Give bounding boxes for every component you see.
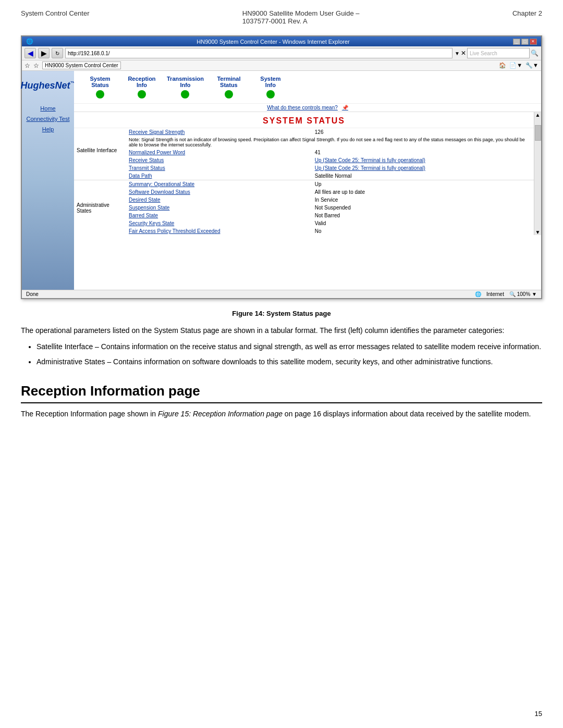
receive-status-link[interactable]: Up (State Code 25: Terminal is fully ope… xyxy=(315,157,425,163)
what-controls-icon: 📌 xyxy=(342,105,348,110)
desired-state-value: In Service xyxy=(312,196,534,204)
statusbar-internet: Internet xyxy=(486,291,504,297)
restore-button[interactable]: □ xyxy=(521,39,529,45)
normalized-power-word-label[interactable]: Normalized Power Word xyxy=(126,149,312,156)
favorites-star-icon[interactable]: ☆ xyxy=(25,62,30,69)
security-keys-state-label[interactable]: Security Keys State xyxy=(126,219,312,227)
desired-state-label[interactable]: Desired State xyxy=(126,196,312,204)
bullet-list: Satellite Interface – Contains informati… xyxy=(36,341,542,367)
nav-item-terminal-status[interactable]: TerminalStatus xyxy=(208,73,250,101)
browser-title-text: HN9000 System Control Center - Windows I… xyxy=(197,39,349,45)
nav-connectivity-test[interactable]: Connectivity Test xyxy=(25,115,71,123)
software-download-status-value: All files are up to date xyxy=(312,188,534,196)
section-body-plain: The Reception Information page shown in xyxy=(21,410,158,418)
page-number: 15 xyxy=(535,710,542,718)
summary-operational-state-value: Up xyxy=(312,180,534,189)
section-body-italic: Figure 15: Reception Information page xyxy=(158,410,283,418)
nav-system-info-label: SystemInfo xyxy=(260,76,280,88)
barred-state-value: Not Barred xyxy=(312,212,534,219)
fair-access-label[interactable]: Fair Access Policy Threshold Exceeded xyxy=(126,227,312,235)
statusbar-right: 🌐 Internet 🔍 100% ▼ xyxy=(475,291,537,297)
browser-title-bar: 🌐 HN9000 System Control Center - Windows… xyxy=(22,36,541,46)
satellite-interface-label: Satellite Interface xyxy=(74,128,126,172)
header-center: HN9000 Satellite Modem User Guide – 1037… xyxy=(242,9,360,25)
back-button[interactable]: ◀ xyxy=(25,48,36,58)
add-favorites-icon[interactable]: ☆ xyxy=(33,62,39,69)
statusbar-zoom: 🔍 100% ▼ xyxy=(509,291,537,297)
table-row: Note: Signal Strength is not an indicato… xyxy=(74,136,534,149)
data-path-value: Satellite Normal xyxy=(312,172,534,180)
search-placeholder: Live Search xyxy=(470,51,497,56)
stop-icon[interactable]: ✕ xyxy=(461,50,466,57)
browser-title-icon: 🌐 xyxy=(26,38,33,45)
summary-operational-state-label[interactable]: Summary: Operational State xyxy=(126,180,312,189)
browser-statusbar: Done 🌐 Internet 🔍 100% ▼ xyxy=(22,290,541,298)
software-download-status-label[interactable]: Software Download Status xyxy=(126,188,312,196)
list-item: Satellite Interface – Contains informati… xyxy=(36,341,542,352)
data-path-label: Data Path xyxy=(126,172,312,180)
nav-system-status-indicator xyxy=(96,90,104,98)
internet-icon: 🌐 xyxy=(475,291,481,297)
table-row: Transmit Status Up (State Code 25: Termi… xyxy=(74,164,534,172)
status-table: Satellite Interface Receive Signal Stren… xyxy=(74,128,534,235)
data-path-category-spacer xyxy=(74,172,126,180)
figure-caption: Figure 14: System Status page xyxy=(21,310,542,317)
nav-home[interactable]: Home xyxy=(25,104,71,113)
scroll-up-button[interactable]: ▲ xyxy=(535,112,541,118)
table-row: Data Path Satellite Normal xyxy=(74,172,534,180)
section-heading: Reception Information page xyxy=(21,383,542,403)
what-controls-link[interactable]: What do these controls mean? 📌 xyxy=(74,103,541,112)
nav-transmission-info-label: TransmissionInfo xyxy=(167,76,204,88)
signal-strength-note: Note: Signal Strength is not an indicato… xyxy=(126,136,534,149)
table-row: Fair Access Policy Threshold Exceeded No xyxy=(74,227,534,235)
home-icon[interactable]: 🏠 xyxy=(499,62,506,69)
nav-help[interactable]: Help xyxy=(25,125,71,133)
nav-system-status-label: SystemStatus xyxy=(90,76,110,88)
section-body: The Reception Information page shown in … xyxy=(21,409,542,419)
tab-label[interactable]: HN9000 System Control Center xyxy=(42,61,121,69)
table-row: Receive Status Up (State Code 25: Termin… xyxy=(74,156,534,164)
close-button[interactable]: ✕ xyxy=(530,39,537,45)
scc-top-nav-inner: SystemStatus ReceptionInfo TransmissionI… xyxy=(74,71,541,103)
refresh-button[interactable]: ↻ xyxy=(52,48,63,58)
transmit-status-label[interactable]: Transmit Status xyxy=(126,164,312,172)
page-menu-icon[interactable]: 📄▼ xyxy=(509,62,522,69)
nav-item-system-info[interactable]: SystemInfo xyxy=(250,73,291,101)
admin-states-label: Administrative States xyxy=(74,180,126,236)
scroll-down-button[interactable]: ▼ xyxy=(535,229,541,235)
system-status-title: SYSTEM STATUS xyxy=(74,112,534,128)
browser-toolbar2: ☆ ☆ HN9000 System Control Center 🏠 📄▼ 🔧▼ xyxy=(22,60,541,71)
search-icon[interactable]: 🔍 xyxy=(531,50,538,57)
list-item: Administrative States – Contains informa… xyxy=(36,356,542,367)
address-bar[interactable]: http://192.168.0.1/ xyxy=(65,48,452,58)
receive-status-label[interactable]: Receive Status xyxy=(126,156,312,164)
barred-state-label[interactable]: Barred State xyxy=(126,212,312,219)
forward-button[interactable]: ▶ xyxy=(38,48,50,58)
scroll-thumb[interactable] xyxy=(535,125,541,141)
minimize-button[interactable]: _ xyxy=(513,39,520,45)
scc-navigation: Home Connectivity Test Help xyxy=(22,104,74,133)
search-bar[interactable]: Live Search xyxy=(467,48,530,58)
scc-content: HughesNet™ Home Connectivity Test Help S… xyxy=(22,71,541,290)
browser-window: 🌐 HN9000 System Control Center - Windows… xyxy=(21,35,542,299)
nav-item-system-status[interactable]: SystemStatus xyxy=(79,73,121,101)
transmit-status-link[interactable]: Up (State Code 25: Terminal is fully ope… xyxy=(315,165,425,171)
suspension-state-label[interactable]: Suspension State xyxy=(126,204,312,212)
table-row: Barred State Not Barred xyxy=(74,212,534,219)
nav-system-info-indicator xyxy=(266,90,275,98)
scrollbar[interactable]: ▲ ▼ xyxy=(534,112,541,235)
tools-menu-icon[interactable]: 🔧▼ xyxy=(525,62,538,69)
table-row: Administrative States Summary: Operation… xyxy=(74,180,534,189)
scc-top-nav: SystemStatus ReceptionInfo TransmissionI… xyxy=(74,71,541,112)
nav-terminal-status-label: TerminalStatus xyxy=(217,76,240,88)
window-controls: _ □ ✕ xyxy=(513,39,537,45)
nav-item-transmission-info[interactable]: TransmissionInfo xyxy=(163,73,208,101)
table-row: Software Download Status All files are u… xyxy=(74,188,534,196)
nav-terminal-status-indicator xyxy=(225,90,233,98)
receive-signal-strength-label[interactable]: Receive Signal Strength xyxy=(126,128,312,136)
nav-item-reception-info[interactable]: ReceptionInfo xyxy=(121,73,163,101)
status-main: SYSTEM STATUS Satellite Interface Receiv… xyxy=(74,112,534,235)
page-header: System Control Center HN9000 Satellite M… xyxy=(0,0,563,30)
nav-reception-info-indicator xyxy=(138,90,146,98)
transmit-status-value: Up (State Code 25: Terminal is fully ope… xyxy=(312,164,534,172)
